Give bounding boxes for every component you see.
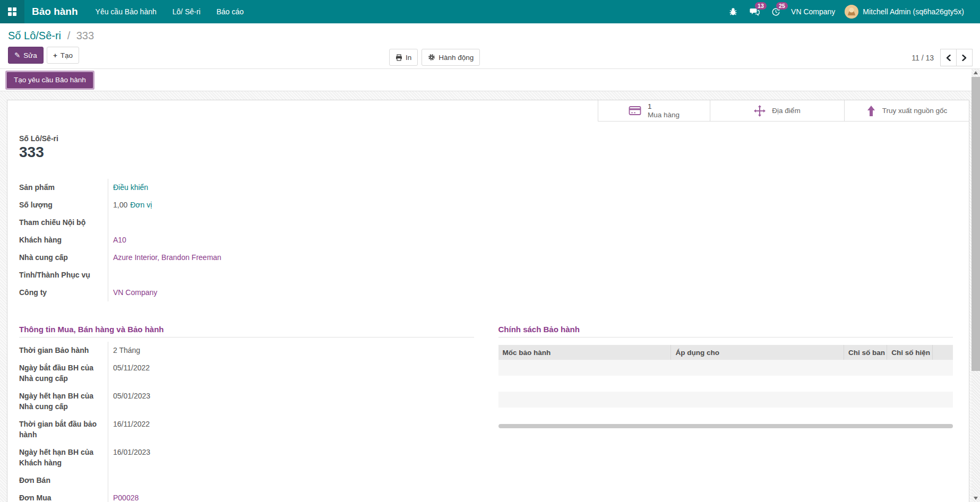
menu-item-warranty-requests[interactable]: Yêu cầu Bảo hành <box>88 0 165 23</box>
pager-next-button[interactable] <box>956 49 973 66</box>
warranty-policy-title: Chính sách Bảo hành <box>498 325 953 334</box>
activities-icon[interactable]: 25 <box>770 6 781 18</box>
move-arrows-icon <box>754 105 766 117</box>
stat-button-box: 1 Mua hàng Địa điểm <box>7 100 969 122</box>
column-header-current-index[interactable]: Chỉ số hiện … <box>887 345 933 360</box>
vendor-link[interactable]: Azure Interior, Brandon Freeman <box>113 253 221 262</box>
activities-count-badge: 25 <box>776 2 788 10</box>
gear-icon <box>428 54 435 61</box>
column-header-milestone[interactable]: Mốc bảo hành <box>498 345 671 360</box>
column-header-apply-to[interactable]: Áp dụng cho <box>671 345 844 360</box>
field-row-internal-ref: Tham chiếu Nội bộ <box>19 214 476 231</box>
messages-icon[interactable]: 13 <box>749 6 760 18</box>
menu-item-reports[interactable]: Báo cáo <box>209 0 252 23</box>
field-row-company: Công ty VN Company <box>19 284 476 301</box>
debug-bug-icon[interactable] <box>727 6 739 18</box>
vertical-scrollbar[interactable] <box>972 69 980 502</box>
plus-icon: + <box>53 51 57 59</box>
warranty-start-value: 16/11/2022 <box>113 420 150 428</box>
form-statusbar: Tạo yêu cầu Bảo hành <box>0 69 972 91</box>
empty-table-row <box>498 392 953 408</box>
customer-link[interactable]: A10 <box>113 236 126 244</box>
main-menu: Yêu cầu Bảo hành Lô/ Sê-ri Báo cáo <box>88 0 252 23</box>
uom-link[interactable]: Đơn vị <box>130 201 152 209</box>
pager-counter: 11 / 13 <box>912 54 934 62</box>
print-button[interactable]: In <box>389 49 418 66</box>
menu-item-lot-serial[interactable]: Lô/ Sê-ri <box>165 0 209 23</box>
pager: 11 / 13 <box>912 49 973 66</box>
form-background: 1 Mua hàng Địa điểm <box>0 91 972 502</box>
stat-button-location[interactable]: Địa điểm <box>710 100 844 122</box>
field-row-quantity: Số lượng 1,00Đơn vị <box>19 196 476 214</box>
scrollbar-down-arrow[interactable] <box>972 495 980 502</box>
purchase-count: 1 <box>648 102 680 111</box>
edit-button[interactable]: ✎ Sửa <box>8 47 44 64</box>
field-row-customer: Khách hàng A10 <box>19 231 476 249</box>
field-row-vendor-warranty-end: Ngày hết hạn BH của Nhà cung cấp 05/01/2… <box>19 387 474 416</box>
apps-grid-icon <box>8 7 16 16</box>
apps-menu-button[interactable] <box>0 0 24 23</box>
purchase-order-link[interactable]: P00028 <box>113 494 139 502</box>
messages-count-badge: 13 <box>755 2 767 10</box>
company-switcher[interactable]: VN Company <box>791 7 835 16</box>
user-name: Mitchell Admin (sq6ha26gty5x) <box>863 7 964 16</box>
location-label: Địa điểm <box>772 107 800 115</box>
user-avatar <box>845 5 858 19</box>
field-row-purchase-order: Đơn Mua P00028 <box>19 489 474 502</box>
record-title-value: 333 <box>19 144 953 161</box>
stat-button-traceability[interactable]: Truy xuất nguồn gốc <box>844 100 969 122</box>
field-row-vendor-warranty-start: Ngày bắt đầu BH của Nhà cung cấp 05/11/2… <box>19 359 474 387</box>
purchase-label: Mua hàng <box>648 111 680 119</box>
warranty-duration-value: 2 Tháng <box>113 346 140 354</box>
section-divider <box>19 337 474 337</box>
top-navbar: Bảo hành Yêu cầu Bảo hành Lô/ Sê-ri Báo … <box>0 0 980 23</box>
field-row-product: Sản phẩm Điều khiển <box>19 179 476 196</box>
form-sheet: 1 Mua hàng Địa điểm <box>7 100 969 502</box>
field-row-warranty-duration: Thời gian Bảo hành 2 Tháng <box>19 342 474 359</box>
record-title-label: Số Lô/Sê-ri <box>19 134 953 143</box>
long-arrow-up-icon <box>866 106 876 116</box>
warranty-info-title: Thông tin Mua, Bán hàng và Bảo hành <box>19 325 474 334</box>
quantity-value: 1,00 <box>113 201 127 209</box>
create-warranty-claim-button[interactable]: Tạo yêu cầu Bảo hành <box>7 72 93 88</box>
chevron-left-icon <box>946 55 951 61</box>
vendor-warranty-end-value: 05/01/2023 <box>113 392 150 400</box>
breadcrumb: Số Lô/Sê-ri / 333 <box>8 29 973 42</box>
pager-previous-button[interactable] <box>940 49 957 66</box>
vendor-warranty-start-value: 05/11/2022 <box>113 363 150 372</box>
empty-table-row <box>498 360 953 376</box>
field-row-customer-warranty-end: Ngày hết hạn BH của Khách hàng 16/01/202… <box>19 444 474 472</box>
main-field-group: Sản phẩm Điều khiển Số lượng 1,00Đơn vị <box>19 179 476 301</box>
field-row-warranty-start: Thời gian bắt đầu bảo hành 16/11/2022 <box>19 416 474 444</box>
printer-icon <box>396 54 402 61</box>
section-warranty-policy: Chính sách Bảo hành Mốc bảo hành Áp dụng <box>498 325 953 502</box>
company-link[interactable]: VN Company <box>113 288 157 297</box>
create-button[interactable]: + Tạo <box>47 47 79 64</box>
app-name[interactable]: Bảo hành <box>24 6 88 18</box>
field-row-service-state: Tỉnh/Thành Phục vụ <box>19 266 476 284</box>
empty-table-row <box>498 376 953 392</box>
breadcrumb-current: 333 <box>76 30 94 41</box>
product-link[interactable]: Điều khiển <box>113 183 148 192</box>
section-warranty-info: Thông tin Mua, Bán hàng và Bảo hành Thời… <box>19 325 474 502</box>
empty-table-row <box>498 408 953 423</box>
action-button[interactable]: Hành động <box>422 49 480 66</box>
stat-button-purchase[interactable]: 1 Mua hàng <box>598 100 710 122</box>
breadcrumb-parent-link[interactable]: Số Lô/Sê-ri <box>8 30 61 41</box>
section-divider <box>498 337 953 337</box>
pencil-icon: ✎ <box>14 51 20 59</box>
breadcrumb-separator: / <box>64 30 74 41</box>
field-row-sale-order: Đơn Bán <box>19 472 474 489</box>
traceability-label: Truy xuất nguồn gốc <box>882 107 948 115</box>
user-menu[interactable]: Mitchell Admin (sq6ha26gty5x) <box>845 5 964 19</box>
chevron-right-icon <box>962 55 967 61</box>
customer-warranty-end-value: 16/01/2023 <box>113 448 150 456</box>
credit-card-icon <box>629 106 641 116</box>
scrollbar-up-arrow[interactable] <box>972 69 980 76</box>
warranty-policy-table: Mốc bảo hành Áp dụng cho Chỉ số ban … Ch… <box>498 345 953 423</box>
control-panel: Số Lô/Sê-ri / 333 ✎ Sửa + Tạo In <box>0 23 980 69</box>
column-header-extra <box>932 345 953 360</box>
scrollbar-thumb[interactable] <box>972 77 980 371</box>
column-header-initial-index[interactable]: Chỉ số ban … <box>844 345 887 360</box>
table-horizontal-scrollbar[interactable] <box>498 424 953 428</box>
